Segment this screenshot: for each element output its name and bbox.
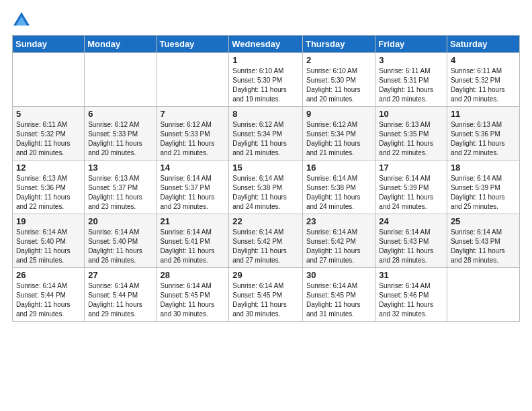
day-number: 29 [232, 270, 299, 280]
day-info: Sunrise: 6:12 AMSunset: 5:34 PMDaylight:… [232, 120, 299, 158]
day-info: Sunrise: 6:14 AMSunset: 5:40 PMDaylight:… [16, 228, 81, 265]
calendar-week-row: 26Sunrise: 6:14 AMSunset: 5:44 PMDayligh… [13, 268, 520, 322]
calendar-week-row: 1Sunrise: 6:10 AMSunset: 5:30 PMDaylight… [13, 53, 520, 107]
calendar-day-9: 9Sunrise: 6:12 AMSunset: 5:34 PMDaylight… [302, 107, 375, 161]
day-number: 25 [451, 216, 516, 226]
day-number: 15 [232, 163, 299, 173]
calendar-day-3: 3Sunrise: 6:11 AMSunset: 5:31 PMDaylight… [375, 53, 447, 107]
day-info: Sunrise: 6:14 AMSunset: 5:40 PMDaylight:… [88, 228, 152, 265]
calendar-header-saturday: Saturday [447, 36, 519, 53]
day-number: 6 [88, 109, 152, 119]
day-number: 3 [379, 55, 443, 65]
day-number: 21 [161, 216, 226, 226]
calendar-day-6: 6Sunrise: 6:12 AMSunset: 5:33 PMDaylight… [85, 107, 157, 161]
calendar-empty-cell [447, 268, 519, 322]
calendar-day-12: 12Sunrise: 6:13 AMSunset: 5:36 PMDayligh… [13, 161, 85, 214]
calendar-day-1: 1Sunrise: 6:10 AMSunset: 5:30 PMDaylight… [229, 53, 303, 107]
day-number: 9 [306, 109, 371, 119]
calendar-week-row: 5Sunrise: 6:11 AMSunset: 5:32 PMDaylight… [13, 107, 520, 161]
day-number: 19 [16, 216, 81, 226]
calendar-day-8: 8Sunrise: 6:12 AMSunset: 5:34 PMDaylight… [229, 107, 303, 161]
day-info: Sunrise: 6:14 AMSunset: 5:39 PMDaylight:… [379, 174, 443, 212]
day-number: 22 [232, 216, 299, 226]
calendar-day-10: 10Sunrise: 6:13 AMSunset: 5:35 PMDayligh… [375, 107, 447, 161]
logo [12, 11, 34, 30]
calendar-header-friday: Friday [375, 36, 447, 53]
day-number: 8 [232, 109, 299, 119]
calendar-day-2: 2Sunrise: 6:10 AMSunset: 5:30 PMDaylight… [302, 53, 375, 107]
day-number: 7 [161, 109, 226, 119]
calendar-day-21: 21Sunrise: 6:14 AMSunset: 5:41 PMDayligh… [157, 214, 229, 268]
calendar-day-23: 23Sunrise: 6:14 AMSunset: 5:42 PMDayligh… [302, 214, 375, 268]
calendar-day-18: 18Sunrise: 6:14 AMSunset: 5:39 PMDayligh… [447, 161, 519, 214]
calendar-empty-cell [85, 53, 157, 107]
day-info: Sunrise: 6:13 AMSunset: 5:37 PMDaylight:… [88, 174, 152, 212]
calendar-day-14: 14Sunrise: 6:14 AMSunset: 5:37 PMDayligh… [157, 161, 229, 214]
day-number: 16 [306, 163, 371, 173]
calendar-day-30: 30Sunrise: 6:14 AMSunset: 5:45 PMDayligh… [302, 268, 375, 322]
day-number: 30 [306, 270, 371, 280]
calendar-day-7: 7Sunrise: 6:12 AMSunset: 5:33 PMDaylight… [157, 107, 229, 161]
day-number: 10 [379, 109, 443, 119]
day-info: Sunrise: 6:10 AMSunset: 5:30 PMDaylight:… [232, 66, 299, 104]
day-info: Sunrise: 6:14 AMSunset: 5:45 PMDaylight:… [232, 281, 299, 319]
day-info: Sunrise: 6:12 AMSunset: 5:33 PMDaylight:… [88, 120, 152, 158]
day-info: Sunrise: 6:14 AMSunset: 5:38 PMDaylight:… [232, 174, 299, 212]
day-info: Sunrise: 6:14 AMSunset: 5:44 PMDaylight:… [88, 281, 152, 319]
day-number: 5 [16, 109, 81, 119]
day-info: Sunrise: 6:12 AMSunset: 5:33 PMDaylight:… [161, 120, 226, 158]
day-info: Sunrise: 6:14 AMSunset: 5:45 PMDaylight:… [306, 281, 371, 319]
day-info: Sunrise: 6:14 AMSunset: 5:43 PMDaylight:… [379, 228, 443, 265]
day-info: Sunrise: 6:14 AMSunset: 5:42 PMDaylight:… [232, 228, 299, 265]
day-info: Sunrise: 6:13 AMSunset: 5:36 PMDaylight:… [16, 174, 81, 212]
calendar-day-28: 28Sunrise: 6:14 AMSunset: 5:45 PMDayligh… [157, 268, 229, 322]
calendar-day-15: 15Sunrise: 6:14 AMSunset: 5:38 PMDayligh… [229, 161, 303, 214]
day-info: Sunrise: 6:14 AMSunset: 5:42 PMDaylight:… [306, 228, 371, 265]
day-number: 14 [161, 163, 226, 173]
day-number: 17 [379, 163, 443, 173]
calendar-day-22: 22Sunrise: 6:14 AMSunset: 5:42 PMDayligh… [229, 214, 303, 268]
calendar-day-20: 20Sunrise: 6:14 AMSunset: 5:40 PMDayligh… [85, 214, 157, 268]
day-number: 24 [379, 216, 443, 226]
calendar-week-row: 12Sunrise: 6:13 AMSunset: 5:36 PMDayligh… [13, 161, 520, 214]
day-info: Sunrise: 6:14 AMSunset: 5:43 PMDaylight:… [451, 228, 516, 265]
day-number: 20 [88, 216, 152, 226]
day-number: 11 [451, 109, 516, 119]
calendar-day-25: 25Sunrise: 6:14 AMSunset: 5:43 PMDayligh… [447, 214, 519, 268]
day-number: 4 [451, 55, 516, 65]
calendar-day-31: 31Sunrise: 6:14 AMSunset: 5:46 PMDayligh… [375, 268, 447, 322]
day-info: Sunrise: 6:13 AMSunset: 5:36 PMDaylight:… [451, 120, 516, 158]
calendar-day-16: 16Sunrise: 6:14 AMSunset: 5:38 PMDayligh… [302, 161, 375, 214]
calendar-day-11: 11Sunrise: 6:13 AMSunset: 5:36 PMDayligh… [447, 107, 519, 161]
day-info: Sunrise: 6:14 AMSunset: 5:45 PMDaylight:… [161, 281, 226, 319]
day-info: Sunrise: 6:14 AMSunset: 5:38 PMDaylight:… [306, 174, 371, 212]
page: SundayMondayTuesdayWednesdayThursdayFrid… [0, 0, 532, 411]
calendar-day-13: 13Sunrise: 6:13 AMSunset: 5:37 PMDayligh… [85, 161, 157, 214]
calendar-day-5: 5Sunrise: 6:11 AMSunset: 5:32 PMDaylight… [13, 107, 85, 161]
calendar-empty-cell [157, 53, 229, 107]
day-info: Sunrise: 6:14 AMSunset: 5:41 PMDaylight:… [161, 228, 226, 265]
day-info: Sunrise: 6:13 AMSunset: 5:35 PMDaylight:… [379, 120, 443, 158]
header [12, 7, 520, 30]
day-number: 18 [451, 163, 516, 173]
day-info: Sunrise: 6:11 AMSunset: 5:31 PMDaylight:… [379, 66, 443, 104]
calendar-header-monday: Monday [85, 36, 157, 53]
calendar-header-tuesday: Tuesday [157, 36, 229, 53]
calendar-day-24: 24Sunrise: 6:14 AMSunset: 5:43 PMDayligh… [375, 214, 447, 268]
day-info: Sunrise: 6:14 AMSunset: 5:46 PMDaylight:… [379, 281, 443, 319]
day-number: 27 [88, 270, 152, 280]
calendar-week-row: 19Sunrise: 6:14 AMSunset: 5:40 PMDayligh… [13, 214, 520, 268]
calendar-day-26: 26Sunrise: 6:14 AMSunset: 5:44 PMDayligh… [13, 268, 85, 322]
day-info: Sunrise: 6:14 AMSunset: 5:44 PMDaylight:… [16, 281, 81, 319]
calendar-empty-cell [13, 53, 85, 107]
calendar-header-sunday: Sunday [13, 36, 85, 53]
logo-icon [12, 11, 31, 30]
day-info: Sunrise: 6:11 AMSunset: 5:32 PMDaylight:… [16, 120, 81, 158]
day-number: 28 [161, 270, 226, 280]
calendar-header-wednesday: Wednesday [229, 36, 303, 53]
day-info: Sunrise: 6:11 AMSunset: 5:32 PMDaylight:… [451, 66, 516, 104]
calendar-day-4: 4Sunrise: 6:11 AMSunset: 5:32 PMDaylight… [447, 53, 519, 107]
calendar-day-29: 29Sunrise: 6:14 AMSunset: 5:45 PMDayligh… [229, 268, 303, 322]
calendar-header-thursday: Thursday [302, 36, 375, 53]
calendar-day-27: 27Sunrise: 6:14 AMSunset: 5:44 PMDayligh… [85, 268, 157, 322]
